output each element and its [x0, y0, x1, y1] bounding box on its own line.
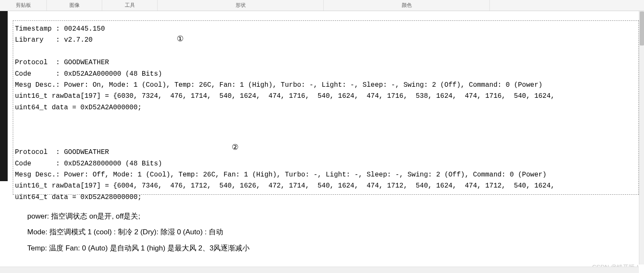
horizontal-scrollbar[interactable]: [0, 267, 639, 273]
mesg2-label: Mesg Desc.:: [15, 171, 64, 179]
raw1-value: {6030, 7324, 476, 1714, 540, 1624, 474, …: [113, 92, 555, 100]
tab-shape[interactable]: 形状: [158, 0, 324, 11]
sidebar-panel: [0, 11, 8, 181]
library-label: Library :: [15, 36, 64, 44]
data2-label: uint64_t data =: [15, 193, 80, 201]
data1-label: uint64_t data =: [15, 104, 80, 111]
marker-one-icon: ①: [177, 34, 184, 43]
timestamp-value: 002445.150: [64, 25, 105, 33]
tab-tool[interactable]: 工具: [102, 0, 158, 11]
code1-label: Code :: [15, 70, 64, 78]
annotation-block: power: 指空调状态 on是开, off是关; Mode: 指空调模式 1 …: [27, 208, 250, 256]
raw1-label: uint16_t rawData[197] =: [15, 92, 113, 100]
text-editor-area[interactable]: Timestamp : 002445.150 Library : v2.7.20…: [13, 20, 639, 195]
protocol1-label: Protocol :: [15, 59, 64, 66]
library-value: v2.7.20: [64, 36, 92, 44]
tab-clipboard[interactable]: 剪贴板: [0, 0, 47, 11]
protocol2-value: GOODWEATHER: [64, 148, 109, 156]
data2-value: 0xD52A28000000;: [80, 193, 142, 201]
vertical-scrollbar[interactable]: [639, 11, 644, 264]
raw2-label: uint16_t rawData[197] =: [15, 182, 113, 190]
annotation-temp-fan: Temp: 温度 Fan: 0 (Auto) 是自动风 1 (high) 是最大…: [27, 240, 250, 256]
data1-value: 0xD52A2A000000;: [80, 104, 142, 111]
code1-value: 0xD52A2A000000 (48 Bits): [64, 70, 162, 78]
annotation-power: power: 指空调状态 on是开, off是关;: [27, 208, 250, 224]
annotation-mode: Mode: 指空调模式 1 (cool) : 制冷 2 (Dry): 除湿 0 …: [27, 224, 250, 240]
code2-label: Code :: [15, 160, 64, 168]
code2-value: 0xD52A28000000 (48 Bits): [64, 160, 162, 168]
scrollbar-thumb[interactable]: [640, 11, 644, 46]
ribbon-bar: 剪贴板 图像 工具 形状 颜色: [0, 0, 644, 11]
protocol2-label: Protocol :: [15, 148, 64, 156]
mesg1-label: Mesg Desc.:: [15, 81, 64, 89]
protocol1-value: GOODWEATHER: [64, 59, 109, 66]
mesg2-value: Power: Off, Mode: 1 (Cool), Temp: 26C, F…: [64, 171, 546, 179]
tab-color[interactable]: 颜色: [324, 0, 490, 11]
raw2-value: {6004, 7346, 476, 1712, 540, 1626, 472, …: [113, 182, 555, 190]
tab-image[interactable]: 图像: [47, 0, 102, 11]
mesg1-value: Power: On, Mode: 1 (Cool), Temp: 26C, Fa…: [64, 81, 542, 89]
marker-two-icon: ②: [232, 142, 239, 152]
timestamp-label: Timestamp :: [15, 25, 64, 33]
